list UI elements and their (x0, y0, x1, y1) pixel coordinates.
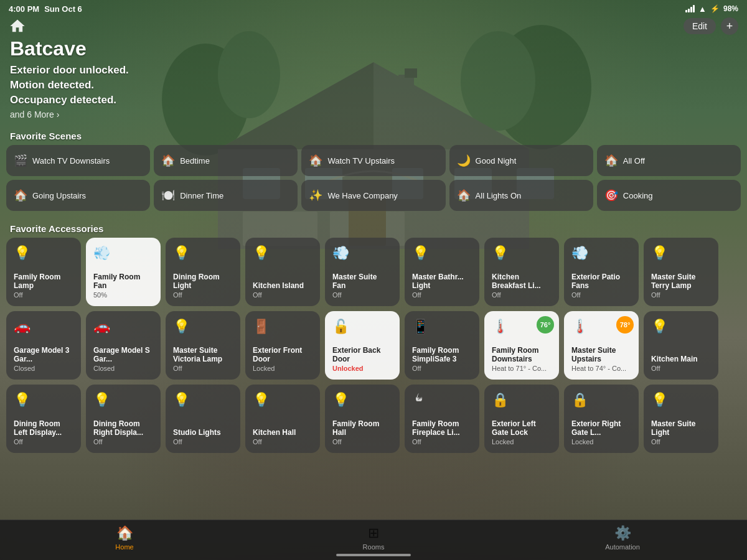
header-section: Batcave Exterior door unlocked. Motion d… (0, 0, 747, 124)
acc-name: Master Suite Terry Lamp (651, 273, 711, 291)
lamp-icon: 💡 (173, 319, 233, 335)
fireplace-icon (412, 392, 472, 409)
acc-family-room-lamp[interactable]: 💡 Family Room Lamp Off (6, 238, 81, 306)
scene-bedtime[interactable]: 🏠 Bedtime (154, 145, 298, 176)
light-icon: 💡 (173, 392, 233, 408)
acc-kitchen-hall[interactable]: 💡 Kitchen Hall Off (245, 385, 320, 453)
acc-status: Off (93, 438, 153, 446)
status-left: 4:00 PM Sun Oct 6 (9, 4, 82, 14)
nav-automation-label: Automation (605, 543, 640, 551)
acc-status: Locked (253, 365, 312, 372)
acc-master-bath-light[interactable]: 💡 Master Bathr... Light Off (405, 238, 479, 306)
acc-master-suite-terry[interactable]: 💡 Master Suite Terry Lamp Off (644, 238, 718, 306)
scene-all-off[interactable]: 🏠 All Off (597, 145, 741, 176)
scene-label: We Have Company (327, 191, 397, 200)
acc-family-room-downstairs[interactable]: 76° 🌡️ Family Room Downstairs Heat to 71… (484, 311, 559, 380)
acc-exterior-right-gate[interactable]: 🔒 Exterior Right Gate L... Locked (564, 385, 639, 453)
acc-status: Heat to 74° - Co... (571, 365, 631, 372)
acc-kitchen-island[interactable]: 💡 Kitchen Island Off (245, 238, 320, 306)
light-icon: 💡 (651, 319, 711, 335)
acc-status: Off (14, 438, 73, 446)
light-icon: 💡 (253, 392, 312, 408)
display-icon: 💡 (14, 392, 73, 408)
acc-name: Exterior Left Gate Lock (492, 419, 552, 437)
acc-dining-left-display[interactable]: 💡 Dining Room Left Display... Off (6, 385, 81, 453)
nav-home[interactable]: 🏠 Home (0, 525, 249, 556)
nav-home-label: Home (115, 543, 133, 551)
lock-icon: 🔒 (492, 392, 552, 408)
acc-family-room-fireplace[interactable]: Family Room Fireplace Li... Off (405, 385, 479, 453)
acc-name: Kitchen Island (253, 281, 312, 290)
scene-dinner-time[interactable]: 🍽️ Dinner Time (154, 180, 298, 211)
acc-dining-room-light[interactable]: 💡 Dining Room Light Off (166, 238, 240, 306)
acc-name: Dining Room Light (173, 273, 233, 291)
light-icon: 💡 (651, 392, 711, 408)
acc-master-suite-light[interactable]: 💡 Master Suite Light Off (644, 385, 718, 453)
acc-status: Off (332, 438, 392, 446)
acc-status: Off (412, 291, 472, 299)
lock-icon: 🔒 (571, 392, 631, 408)
acc-name: Exterior Right Gate L... (571, 419, 631, 437)
scene-watch-tv-down[interactable]: 🎬 Watch TV Downstairs (6, 145, 150, 176)
acc-name: Family Room Downstairs (492, 346, 552, 364)
acc-name: Dining Room Right Displa... (93, 419, 153, 437)
acc-status: Heat to 71° - Co... (492, 365, 552, 372)
acc-status: Off (571, 291, 631, 299)
acc-family-room-hall[interactable]: 💡 Family Room Hall Off (325, 385, 400, 453)
scene-cooking[interactable]: 🎯 Cooking (597, 180, 741, 211)
home-nav-icon[interactable] (9, 17, 26, 37)
home-icon: 🏠 (116, 525, 133, 541)
scene-icon: 🌙 (457, 154, 471, 167)
scene-good-night[interactable]: 🌙 Good Night (449, 145, 593, 176)
add-button[interactable]: + (721, 17, 738, 35)
acc-family-room-fan[interactable]: 💨 Family Room Fan 50% (86, 238, 161, 306)
acc-kitchen-main[interactable]: 💡 Kitchen Main Off (644, 311, 718, 380)
fan-icon: 💨 (93, 245, 153, 261)
scene-company[interactable]: ✨ We Have Company (301, 180, 445, 211)
status-bar: 4:00 PM Sun Oct 6 ▲ ⚡ 98% (0, 0, 747, 17)
status-date: Sun Oct 6 (44, 4, 82, 14)
scene-icon: 🏠 (457, 189, 471, 202)
scene-watch-tv-up[interactable]: 🏠 Watch TV Upstairs (301, 145, 445, 176)
acc-exterior-patio-fans[interactable]: 💨 Exterior Patio Fans Off (564, 238, 639, 306)
acc-name: Master Bathr... Light (412, 273, 472, 291)
acc-kitchen-breakfast[interactable]: 💡 Kitchen Breakfast Li... Off (484, 238, 559, 306)
acc-master-suite-upstairs[interactable]: 78° 🌡️ Master Suite Upstairs Heat to 74°… (564, 311, 639, 380)
edit-button[interactable]: Edit (684, 18, 716, 34)
acc-dining-right-display[interactable]: 💡 Dining Room Right Displa... Off (86, 385, 161, 453)
acc-studio-lights[interactable]: 💡 Studio Lights Off (166, 385, 240, 453)
acc-garage-models[interactable]: 🚗 Garage Model S Gar... Closed (86, 311, 161, 380)
acc-status: Off (332, 291, 392, 299)
acc-status: Locked (571, 438, 631, 446)
scenes-container: 🎬 Watch TV Downstairs 🏠 Bedtime 🏠 Watch … (0, 145, 747, 211)
scene-all-lights[interactable]: 🏠 All Lights On (449, 180, 593, 211)
acc-exterior-left-gate[interactable]: 🔒 Exterior Left Gate Lock Locked (484, 385, 559, 453)
acc-master-suite-fan[interactable]: 💨 Master Suite Fan Off (325, 238, 400, 306)
acc-family-room-simplisafe[interactable]: 📱 Family Room SimpliSafe 3 Off (405, 311, 479, 380)
acc-name: Garage Model S Gar... (93, 346, 153, 364)
scene-going-upstairs[interactable]: 🏠 Going Upstairs (6, 180, 150, 211)
acc-name: Kitchen Hall (253, 428, 312, 437)
nav-rooms[interactable]: ⊞ Rooms (249, 525, 498, 556)
acc-status: Closed (14, 365, 73, 372)
acc-status: Off (253, 291, 312, 299)
signal-icon (685, 5, 695, 12)
security-icon: 📱 (412, 319, 472, 335)
more-link[interactable]: and 6 More › (10, 110, 737, 119)
acc-exterior-front-door[interactable]: 🚪 Exterior Front Door Locked (245, 311, 320, 380)
nav-rooms-label: Rooms (363, 543, 385, 551)
alert-line1: Exterior door unlocked. (10, 64, 129, 76)
acc-garage-model3[interactable]: 🚗 Garage Model 3 Gar... Closed (6, 311, 81, 380)
acc-master-victoria[interactable]: 💡 Master Suite Victoria Lamp Off (166, 311, 240, 380)
acc-name: Exterior Back Door (332, 346, 392, 364)
acc-status: 50% (93, 291, 153, 299)
acc-status: Off (14, 291, 73, 299)
acc-status: Closed (93, 365, 153, 372)
nav-automation[interactable]: ⚙️ Automation (498, 525, 747, 556)
acc-exterior-back-door[interactable]: 🔓 Exterior Back Door Unlocked (325, 311, 400, 380)
acc-name: Garage Model 3 Gar... (14, 346, 73, 364)
acc-status: Off (173, 365, 233, 372)
rooms-icon: ⊞ (368, 525, 379, 541)
acc-name: Dining Room Left Display... (14, 419, 73, 437)
accessories-row3: 💡 Dining Room Left Display... Off 💡 Dini… (0, 385, 747, 453)
